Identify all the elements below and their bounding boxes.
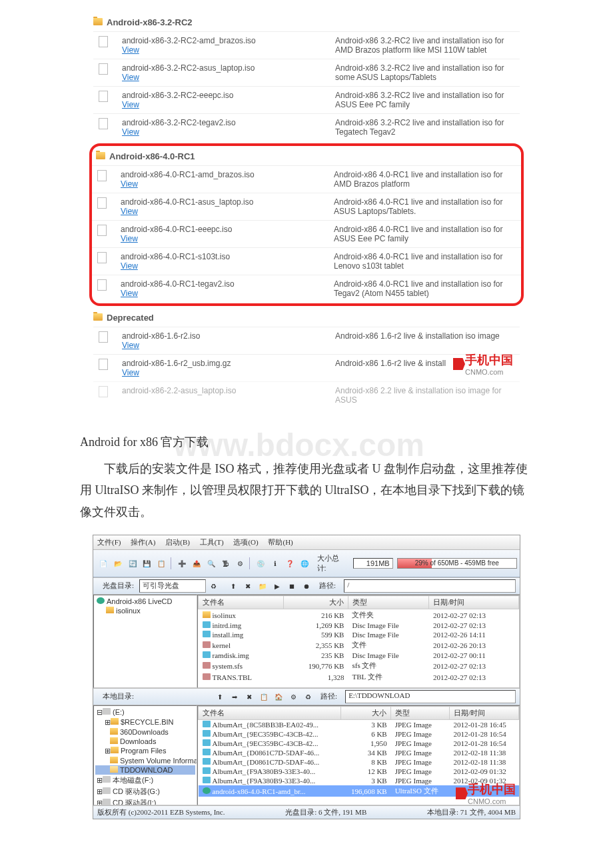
status-bar: 版权所有 (c)2002-2011 EZB Systems, Inc. 光盘目录…: [93, 805, 520, 819]
menu-action[interactable]: 操作(A): [131, 538, 155, 546]
disc-summary: 光盘目录: 6 文件, 191 MB: [285, 807, 366, 817]
disc-dir-label: 光盘目录:: [97, 579, 139, 593]
del-icon[interactable]: ✖: [243, 690, 256, 703]
file-name: android-x86-2.2-asus_laptop.iso: [122, 386, 335, 395]
tree-item[interactable]: ⊞Program Files: [95, 746, 195, 756]
col-size[interactable]: 大小: [341, 707, 391, 720]
disc-filelist[interactable]: 文件名 大小 类型 日期/时间 isolinux216 KB文件夹2012-02…: [197, 595, 520, 688]
watermark-text: www.bdocx.com: [173, 427, 424, 463]
fwd-icon[interactable]: ➡: [228, 690, 241, 703]
props-icon[interactable]: ⚙: [233, 557, 247, 570]
file-desc: Android-x86 4.0-RC1 live and installatio…: [334, 197, 521, 216]
file-icon: [203, 739, 211, 746]
refresh-icon[interactable]: ♻: [301, 690, 314, 703]
col-size[interactable]: 大小: [283, 596, 348, 609]
menu-tools[interactable]: 工具(T): [200, 538, 224, 546]
mount-icon[interactable]: 🔍: [205, 557, 218, 570]
tree-drive[interactable]: ⊞CD 驱动器(I:): [95, 797, 195, 805]
open-icon[interactable]: 📂: [111, 557, 125, 570]
play-icon[interactable]: ▶: [271, 579, 284, 593]
menu-options[interactable]: 选项(O): [233, 538, 258, 546]
section-header: Android-x86-3.2-RC2: [93, 13, 520, 31]
table-row[interactable]: ramdisk.img235 KBDisc Image File2012-02-…: [199, 651, 519, 660]
disc-path[interactable]: /: [344, 579, 516, 593]
menu-file[interactable]: 文件(F): [97, 538, 121, 546]
table-row[interactable]: AlbumArt_{9EC359BC-43CB-42...6 KBJPEG Im…: [199, 729, 519, 739]
tree-drive[interactable]: ⊟(E:): [95, 707, 195, 717]
add-icon[interactable]: ➕: [175, 557, 189, 570]
save-icon[interactable]: 💾: [140, 557, 153, 570]
up-icon[interactable]: ⬆: [213, 690, 227, 703]
view-link[interactable]: View: [121, 179, 138, 189]
col-name[interactable]: 文件名: [199, 707, 341, 720]
view-link[interactable]: View: [121, 261, 138, 271]
view-link[interactable]: View: [121, 289, 138, 298]
tree-drive[interactable]: ⊞本地磁盘(F:): [95, 775, 195, 786]
table-row[interactable]: isolinux216 KB文件夹2012-02-27 02:13: [199, 609, 519, 621]
compress-icon[interactable]: 🗜: [219, 557, 233, 570]
table-row[interactable]: initrd.img1,269 KBDisc Image File2012-02…: [199, 621, 519, 630]
home-icon[interactable]: 🏠: [272, 690, 285, 703]
flag-icon: [453, 358, 465, 370]
local-tree[interactable]: ⊟(E:) ⊞$RECYCLE.BIN 360Downloads Downloa…: [93, 705, 197, 805]
new-icon[interactable]: 📄: [97, 557, 110, 570]
stop-icon[interactable]: ⏹: [285, 579, 299, 593]
tree-item[interactable]: System Volume Informat: [95, 756, 195, 765]
table-row[interactable]: AlbumArt_{D0861C7D-5DAF-46...34 KBJPEG I…: [199, 748, 519, 757]
view-link[interactable]: View: [122, 127, 139, 137]
copy-icon[interactable]: 📋: [257, 690, 271, 703]
reload-icon[interactable]: 🔄: [126, 557, 139, 570]
tree-item[interactable]: ⊞$RECYCLE.BIN: [95, 717, 195, 727]
table-row[interactable]: AlbumArt_{9EC359BC-43CB-42...1,950JPEG I…: [199, 739, 519, 748]
del-icon[interactable]: ✖: [241, 579, 255, 593]
file-desc: Android-x86 3.2-RC2 live and installatio…: [335, 36, 520, 55]
refresh-icon[interactable]: ♻: [207, 579, 220, 593]
web-icon[interactable]: 🌐: [298, 557, 311, 570]
view-link[interactable]: View: [122, 368, 139, 377]
table-row[interactable]: AlbumArt_{D0861C7D-5DAF-46...8 KBJPEG Im…: [199, 757, 519, 767]
col-name[interactable]: 文件名: [199, 596, 284, 609]
tree-item[interactable]: Downloads: [95, 737, 195, 746]
folder-icon: [111, 747, 119, 753]
info-icon[interactable]: ℹ: [269, 557, 282, 570]
view-link[interactable]: View: [121, 234, 138, 243]
disc-tree[interactable]: Android-x86 LiveCD isolinux: [93, 595, 197, 688]
tree-drive[interactable]: ⊞CD 驱动器(G:): [95, 786, 195, 797]
tree-root[interactable]: Android-x86 LiveCD: [95, 597, 195, 606]
col-date[interactable]: 日期/时间: [450, 707, 519, 720]
col-type[interactable]: 类型: [348, 596, 428, 609]
rec-icon[interactable]: ⏺: [300, 579, 313, 593]
table-row[interactable]: system.sfs190,776 KBsfs 文件2012-02-27 02:…: [199, 660, 519, 671]
file-name: android-x86-4.0-RC1-s103t.iso: [121, 252, 334, 261]
local-path[interactable]: E:\TDDOWNLOAD: [345, 690, 516, 703]
tree-item-selected[interactable]: TDDOWNLOAD: [95, 765, 195, 775]
col-type[interactable]: 类型: [391, 707, 450, 720]
copyright: 版权所有 (c)2002-2011 EZB Systems, Inc.: [97, 807, 225, 817]
table-row[interactable]: AlbumArt_{F9A380B9-33E3-40...12 KBJPEG I…: [199, 767, 519, 776]
menu-boot[interactable]: 启动(B): [165, 538, 190, 546]
table-row[interactable]: install.img599 KBDisc Image File2012-02-…: [199, 630, 519, 639]
saveas-icon[interactable]: 📋: [155, 557, 168, 570]
view-link[interactable]: View: [122, 73, 139, 82]
table-row[interactable]: kernel2,355 KB文件2012-02-26 20:13: [199, 639, 519, 651]
menu-help[interactable]: 帮助(H): [268, 538, 293, 546]
up-icon[interactable]: ⬆: [227, 579, 240, 593]
view-link[interactable]: View: [122, 45, 139, 55]
table-row[interactable]: TRANS.TBL1,328TBL 文件2012-02-27 02:13: [199, 671, 519, 683]
gear-icon[interactable]: ⚙: [287, 690, 300, 703]
extract-icon[interactable]: 📤: [190, 557, 203, 570]
file-icon: [203, 631, 211, 637]
col-date[interactable]: 日期/时间: [429, 596, 519, 609]
local-summary: 本地目录: 71 文件, 4004 MB: [427, 807, 516, 817]
table-row[interactable]: AlbumArt_{8C58BB3B-EA02-49...3 KBJPEG Im…: [199, 720, 519, 730]
view-link[interactable]: View: [122, 341, 139, 350]
newfold-icon[interactable]: 📁: [256, 579, 269, 593]
tree-item[interactable]: isolinux: [95, 606, 195, 615]
burn-icon[interactable]: 💿: [254, 557, 267, 570]
help-icon[interactable]: ❓: [283, 557, 297, 570]
view-link[interactable]: View: [121, 207, 138, 216]
tree-item[interactable]: 360Downloads: [95, 727, 195, 737]
file-icon: [99, 118, 108, 129]
disc-type-select[interactable]: 可引导光盘: [139, 579, 206, 593]
view-link[interactable]: View: [122, 100, 139, 109]
